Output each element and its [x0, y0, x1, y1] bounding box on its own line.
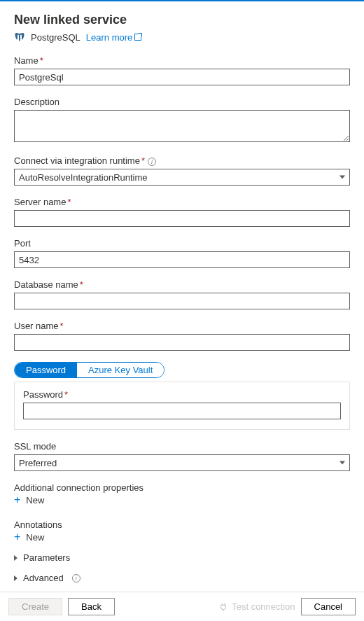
- back-button[interactable]: Back: [68, 598, 115, 615]
- info-icon[interactable]: i: [72, 574, 80, 582]
- plug-icon: [218, 602, 228, 612]
- toggle-keyvault[interactable]: Azure Key Vault: [77, 363, 164, 377]
- description-label: Description: [14, 97, 350, 107]
- page-title: New linked service: [14, 13, 350, 27]
- advanced-expander[interactable]: Advanced i: [14, 573, 350, 583]
- name-input[interactable]: [14, 69, 350, 85]
- runtime-select[interactable]: AutoResolveIntegrationRuntime: [14, 169, 350, 186]
- name-label: Name*: [14, 55, 350, 66]
- runtime-value: AutoResolveIntegrationRuntime: [19, 172, 148, 183]
- password-label: Password*: [23, 389, 68, 400]
- sslmode-label: SSL mode: [14, 441, 350, 452]
- info-icon[interactable]: i: [148, 158, 156, 166]
- annotations-label: Annotations: [14, 519, 350, 530]
- username-input[interactable]: [14, 334, 350, 351]
- password-source-toggle: Password Azure Key Vault: [14, 362, 164, 378]
- server-label: Server name*: [14, 197, 350, 207]
- test-connection-link: Test connection: [218, 601, 295, 612]
- database-input[interactable]: [14, 293, 350, 309]
- additional-props-label: Additional connection properties: [14, 482, 350, 493]
- server-input[interactable]: [14, 210, 350, 227]
- parameters-expander[interactable]: Parameters: [14, 552, 350, 563]
- toggle-password[interactable]: Password: [15, 363, 77, 377]
- runtime-label: Connect via integration runtime*i: [14, 155, 350, 166]
- chevron-right-icon: [14, 555, 18, 561]
- chevron-down-icon: [340, 176, 345, 179]
- description-input[interactable]: [14, 110, 350, 142]
- annotations-new-button[interactable]: + New: [14, 531, 44, 543]
- chevron-down-icon: [340, 461, 345, 465]
- database-label: Database name*: [14, 279, 350, 290]
- create-button: Create: [8, 598, 62, 615]
- learn-more-text: Learn more: [86, 32, 132, 43]
- cancel-button[interactable]: Cancel: [301, 598, 356, 615]
- port-label: Port: [14, 238, 350, 249]
- sslmode-value: Preferred: [19, 458, 57, 468]
- sslmode-select[interactable]: Preferred: [14, 454, 350, 471]
- plus-icon: +: [14, 531, 20, 543]
- username-label: User name*: [14, 321, 350, 331]
- learn-more-link[interactable]: Learn more: [86, 32, 141, 43]
- postgresql-icon: [14, 32, 25, 43]
- service-type-label: PostgreSQL: [31, 32, 80, 43]
- plus-icon: +: [14, 494, 20, 505]
- additional-props-new-button[interactable]: + New: [14, 494, 44, 505]
- port-input[interactable]: [14, 251, 350, 268]
- password-input[interactable]: [23, 403, 341, 419]
- external-link-icon: [134, 34, 141, 41]
- chevron-right-icon: [14, 575, 18, 581]
